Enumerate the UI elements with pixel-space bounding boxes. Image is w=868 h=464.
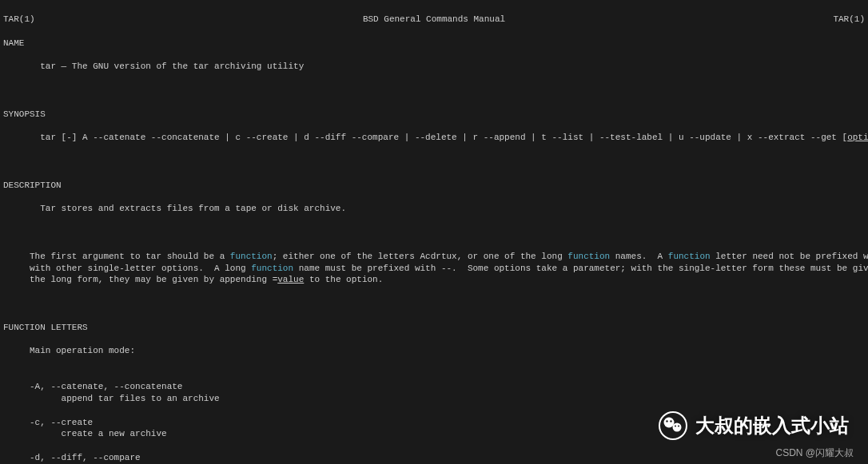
footer-credit: CSDN @闪耀大叔 (775, 446, 854, 459)
svg-point-3 (666, 420, 667, 422)
svg-point-1 (664, 418, 675, 428)
section-name-line: tar — The GNU version of the tar archivi… (3, 61, 865, 73)
svg-point-2 (673, 423, 682, 432)
watermark: 大叔的嵌入式小站 (659, 411, 849, 440)
desc-t6: to the option. (304, 275, 383, 284)
desc-t2: ; either one of the letters Acdrtux, or … (273, 252, 568, 261)
function-keyword: function (668, 252, 711, 261)
man-header: TAR(1)BSD General Commands ManualTAR(1) (3, 14, 865, 26)
section-description-h: DESCRIPTION (3, 180, 865, 192)
function-keyword: function (567, 252, 610, 261)
desc-line1: Tar stores and extracts files from a tap… (3, 203, 865, 215)
hdr-left: TAR(1) (3, 14, 35, 26)
section-name-h: NAME (3, 38, 865, 50)
wechat-icon (659, 411, 687, 440)
function-keyword: function (251, 264, 293, 273)
value-underline: value (277, 275, 304, 284)
man-page: TAR(1)BSD General Commands ManualTAR(1) … (0, 0, 868, 464)
blank (3, 227, 865, 239)
blank (3, 298, 865, 310)
hdr-right: TAR(1) (833, 14, 865, 26)
function-letters-sub: Main operation mode: (3, 345, 865, 357)
desc-t1: The first argument to tar should be a (3, 252, 230, 261)
hdr-center: BSD General Commands Manual (363, 14, 505, 26)
desc-t3: names. A (610, 252, 668, 261)
blank (3, 156, 865, 168)
watermark-text: 大叔的嵌入式小站 (695, 413, 849, 438)
synopsis-line: tar [-] A --catenate --concatenate | c -… (3, 132, 865, 144)
function-keyword: function (230, 252, 273, 261)
syn-pre: tar [-] A --catenate --concatenate | c -… (3, 133, 847, 142)
syn-options: options (847, 133, 868, 142)
desc-para: The first argument to tar should be a fu… (3, 251, 865, 287)
svg-point-5 (675, 426, 676, 427)
svg-point-4 (670, 420, 671, 422)
blank (3, 85, 865, 97)
section-synopsis-h: SYNOPSIS (3, 109, 865, 121)
svg-point-6 (678, 426, 679, 427)
section-function-letters-h: FUNCTION LETTERS (3, 322, 865, 334)
